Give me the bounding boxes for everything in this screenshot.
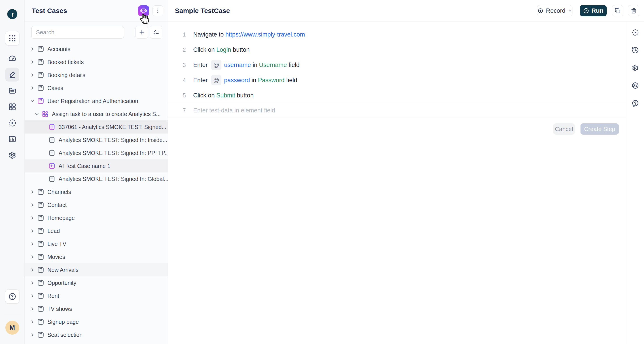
tree-row[interactable]: Live TV xyxy=(24,237,168,250)
dashboard-icon[interactable] xyxy=(5,52,19,65)
editor-pencil-icon[interactable] xyxy=(5,68,19,82)
tree-chevron-icon xyxy=(30,189,36,195)
app-logo-icon: t xyxy=(6,8,19,21)
tree-chevron-icon xyxy=(30,72,36,78)
tree-item-icon xyxy=(37,253,44,260)
sidebar-header: Test Cases xyxy=(24,0,168,22)
tree-row[interactable]: Booking details xyxy=(24,69,168,82)
trash-icon xyxy=(630,8,637,14)
step-text: Enter @username in Username field xyxy=(193,60,300,70)
tree-row[interactable]: Cases xyxy=(24,82,168,94)
tree-row[interactable]: Homepage xyxy=(24,211,168,224)
test-tree: Accounts Booked tickets Booking details … xyxy=(24,43,168,341)
record-button[interactable]: Record xyxy=(537,5,572,16)
tree-item-icon xyxy=(37,46,44,53)
tree-chevron-icon xyxy=(30,215,36,221)
step-part-link: https://www.simply-travel.com xyxy=(226,31,305,38)
tree-item-label: Analytics SMOKE TEST: Signed In: Inside.… xyxy=(58,137,167,143)
help-button[interactable] xyxy=(5,290,19,303)
executions-icon[interactable] xyxy=(5,116,19,130)
tree-row[interactable]: Analytics SMOKE TEST: Signed In: Inside.… xyxy=(24,133,168,146)
tree-item-icon xyxy=(37,318,44,325)
tree-item-icon xyxy=(37,292,44,299)
tree-row[interactable]: Analytics SMOKE TEST: Signed In: Global.… xyxy=(24,173,168,186)
create-step-button[interactable]: Create Step xyxy=(580,123,619,135)
test-step-row[interactable]: 1 Navigate to https://www.simply-travel.… xyxy=(168,27,626,42)
run-button[interactable]: Run xyxy=(580,5,607,16)
tree-row[interactable]: Signup page xyxy=(24,315,168,328)
tree-row[interactable]: Lead xyxy=(24,224,168,237)
persona-icon[interactable] xyxy=(632,82,639,89)
step-number: 4 xyxy=(168,77,186,84)
tree-row[interactable]: 337061 - Analytics SMOKE TEST: Signed... xyxy=(24,120,168,133)
step-part-data: username xyxy=(224,62,251,69)
tree-row[interactable]: Assign task to a user to create Analytic… xyxy=(24,107,168,120)
step-part-text: Navigate to xyxy=(193,31,226,38)
test-cases-sidebar: Test Cases xyxy=(24,0,168,344)
test-step-row[interactable]: 5 Click on Submit button xyxy=(168,88,626,103)
dry-run-icon[interactable] xyxy=(632,29,639,36)
play-circle-icon xyxy=(583,8,589,14)
tree-row[interactable]: Contact xyxy=(24,199,168,211)
tree-row[interactable]: Channels xyxy=(24,186,168,199)
tree-chevron-icon xyxy=(30,59,36,65)
sidebar-more-button[interactable] xyxy=(152,5,163,16)
test-step-row[interactable]: 2 Click on Login button xyxy=(168,42,626,57)
tree-row[interactable]: Seat selection xyxy=(24,328,168,341)
add-button[interactable] xyxy=(136,26,148,39)
kebab-menu-icon xyxy=(155,8,161,14)
test-steps-list: 1 Navigate to https://www.simply-travel.… xyxy=(168,22,626,135)
tree-item-icon xyxy=(37,97,44,105)
duplicate-button[interactable] xyxy=(612,5,623,16)
tree-item-label: Booked tickets xyxy=(48,59,84,65)
tree-row[interactable]: Rent xyxy=(24,289,168,302)
tree-item-label: User Registration and Authentication xyxy=(48,98,138,104)
tree-chevron-icon xyxy=(30,98,36,104)
tree-row[interactable]: TV shows xyxy=(24,302,168,315)
reports-icon[interactable] xyxy=(5,132,19,146)
search-input[interactable] xyxy=(31,26,124,39)
tree-row[interactable]: Booked tickets xyxy=(24,56,168,69)
tree-item-icon xyxy=(37,188,44,196)
rail-divider xyxy=(4,315,20,315)
tree-row[interactable]: Movies xyxy=(24,250,168,263)
test-step-row[interactable]: 4 Enter @password in Password field xyxy=(168,73,626,88)
tree-item-icon xyxy=(37,214,44,222)
components-icon[interactable] xyxy=(5,100,19,114)
tree-row[interactable]: Analytics SMOKE TEST: Signed In: PP: TP.… xyxy=(24,146,168,159)
tree-item-label: Accounts xyxy=(48,46,70,52)
settings-icon[interactable] xyxy=(5,148,19,162)
tree-item-label: Rent xyxy=(48,293,59,299)
step-number: 2 xyxy=(168,47,186,53)
tree-item-icon xyxy=(37,227,44,235)
tree-row[interactable]: Accounts xyxy=(24,43,168,56)
editor-header: Sample TestCase Record Run xyxy=(168,0,644,22)
ai-copilot-button[interactable] xyxy=(138,5,149,16)
tree-row[interactable]: User Registration and Authentication xyxy=(24,94,168,107)
projects-folder-icon[interactable] xyxy=(5,84,19,98)
tree-row[interactable]: New Arrivals xyxy=(24,263,168,276)
help-bubble-icon[interactable] xyxy=(632,99,639,107)
plus-icon xyxy=(138,29,145,36)
new-step-input-row[interactable]: 7 Enter test-data in element field xyxy=(168,103,626,118)
tree-item-icon xyxy=(48,162,56,169)
tree-item-label: Channels xyxy=(48,189,71,195)
step-part-chip: @ xyxy=(211,75,222,85)
record-label: Record xyxy=(546,8,565,14)
test-step-row[interactable]: 3 Enter @username in Username field xyxy=(168,57,626,73)
tree-row[interactable]: AI Test Case name 1 xyxy=(24,159,168,173)
history-icon[interactable] xyxy=(632,46,639,54)
tree-item-label: New Arrivals xyxy=(48,267,78,273)
step-part-text: Click on xyxy=(193,46,216,53)
tree-row[interactable]: Opportunity xyxy=(24,276,168,289)
delete-button[interactable] xyxy=(628,5,639,16)
apps-grid-icon[interactable] xyxy=(5,31,19,45)
user-avatar[interactable]: M xyxy=(5,321,19,334)
cancel-button[interactable]: Cancel xyxy=(553,123,575,135)
tree-chevron-icon xyxy=(30,280,36,286)
step-settings-icon[interactable] xyxy=(632,64,639,72)
tree-chevron-icon xyxy=(30,228,36,234)
tree-item-label: Booking details xyxy=(48,72,86,78)
filter-checklist-button[interactable] xyxy=(150,26,162,39)
step-number: 1 xyxy=(168,31,186,38)
